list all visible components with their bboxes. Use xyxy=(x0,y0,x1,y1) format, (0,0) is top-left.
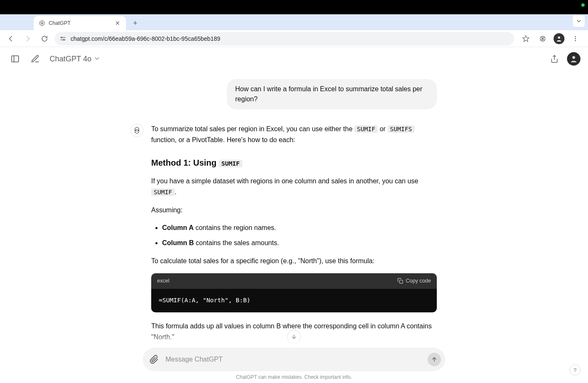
code-language-label: excel xyxy=(157,277,169,285)
close-tab-icon[interactable]: ✕ xyxy=(114,20,121,26)
list-item: Column A contains the region names. xyxy=(162,222,437,233)
svg-point-9 xyxy=(558,36,560,38)
tabs-dropdown-button[interactable] xyxy=(573,15,585,27)
extension-icon[interactable] xyxy=(537,33,549,45)
site-settings-icon[interactable] xyxy=(60,35,66,42)
assistant-paragraph: To calculate total sales for a specific … xyxy=(151,256,437,267)
toggle-sidebar-button[interactable] xyxy=(8,51,23,66)
message-input-bar xyxy=(143,348,445,371)
svg-rect-17 xyxy=(399,280,403,284)
chevron-down-icon xyxy=(94,55,100,63)
reload-button[interactable] xyxy=(38,32,51,45)
help-button[interactable]: ? xyxy=(570,365,580,375)
code-block: excel Copy code =SUMIF(A:A, "North", B:B… xyxy=(151,273,437,312)
svg-rect-13 xyxy=(12,56,19,62)
svg-point-1 xyxy=(61,37,62,38)
conversation: How can I write a formula in Excel to su… xyxy=(143,71,445,348)
forward-button[interactable] xyxy=(21,32,34,45)
svg-point-4 xyxy=(63,39,65,40)
svg-marker-7 xyxy=(523,35,529,41)
assistant-paragraph: Assuming: xyxy=(151,205,437,216)
share-button[interactable] xyxy=(547,51,562,66)
model-name: ChatGPT 4o xyxy=(50,55,92,63)
conversation-scroll-area[interactable]: How can I write a formula in Excel to su… xyxy=(0,71,588,348)
tab-strip: ChatGPT ✕ + xyxy=(0,14,588,30)
url-text: chatgpt.com/c/66eab59a-696c-8002-b1bc-95… xyxy=(71,35,509,42)
inline-code: SUMIF xyxy=(354,125,378,133)
browser-chrome: ChatGPT ✕ + chatgpt.com/c/66eab59a-696c-… xyxy=(0,14,588,47)
svg-point-11 xyxy=(575,38,576,39)
back-button[interactable] xyxy=(4,32,18,45)
attach-file-button[interactable] xyxy=(147,352,161,367)
disclaimer-text: ChatGPT can make mistakes. Check importa… xyxy=(0,371,588,383)
user-avatar[interactable] xyxy=(567,52,580,66)
assistant-avatar-icon xyxy=(130,124,144,137)
address-actions xyxy=(517,33,584,45)
assistant-content: To summarize total sales per region in E… xyxy=(151,124,437,348)
model-selector[interactable]: ChatGPT 4o xyxy=(50,55,100,63)
assistant-paragraph: If you have a simple dataset with region… xyxy=(151,176,437,198)
status-indicator-dot xyxy=(581,3,585,7)
new-chat-button[interactable] xyxy=(28,51,43,66)
code-header: excel Copy code xyxy=(151,273,437,289)
svg-point-12 xyxy=(575,40,576,41)
app-header: ChatGPT 4o xyxy=(0,47,588,71)
user-message-bubble: How can I write a formula in Excel to su… xyxy=(227,79,437,109)
message-input[interactable] xyxy=(165,356,423,363)
address-bar[interactable]: chatgpt.com/c/66eab59a-696c-8002-b1bc-95… xyxy=(55,32,514,45)
inline-code: SUMIF xyxy=(219,160,242,167)
copy-code-button[interactable]: Copy code xyxy=(397,277,431,285)
tab-title: ChatGPT xyxy=(49,20,111,26)
list-item: Column B contains the sales amounts. xyxy=(162,238,437,248)
svg-point-16 xyxy=(572,56,575,59)
scroll-to-bottom-button[interactable] xyxy=(287,330,301,343)
bookmark-star-icon[interactable] xyxy=(520,33,532,45)
copy-icon xyxy=(397,278,403,284)
method-heading: Method 1: Using SUMIF xyxy=(151,156,437,170)
browser-profile-avatar[interactable] xyxy=(554,33,564,44)
new-tab-button[interactable]: + xyxy=(129,17,141,29)
send-button[interactable] xyxy=(428,353,441,366)
browser-menu-icon[interactable] xyxy=(570,33,581,45)
bullet-list: Column A contains the region names. Colu… xyxy=(151,222,437,249)
assistant-message-row: To summarize total sales per region in E… xyxy=(151,124,437,348)
inline-code: SUMIF xyxy=(151,188,175,196)
user-message-row: How can I write a formula in Excel to su… xyxy=(151,79,437,109)
svg-point-10 xyxy=(575,36,576,37)
input-bar-wrap xyxy=(0,348,588,371)
browser-tab[interactable]: ChatGPT ✕ xyxy=(34,16,126,30)
os-top-bar xyxy=(0,0,588,14)
code-body: =SUMIF(A:A, "North", B:B) xyxy=(151,289,437,312)
chatgpt-favicon-icon xyxy=(39,20,45,26)
inline-code: SUMIFS xyxy=(388,125,415,133)
address-bar-row: chatgpt.com/c/66eab59a-696c-8002-b1bc-95… xyxy=(0,30,588,47)
assistant-paragraph: To summarize total sales per region in E… xyxy=(151,124,437,146)
